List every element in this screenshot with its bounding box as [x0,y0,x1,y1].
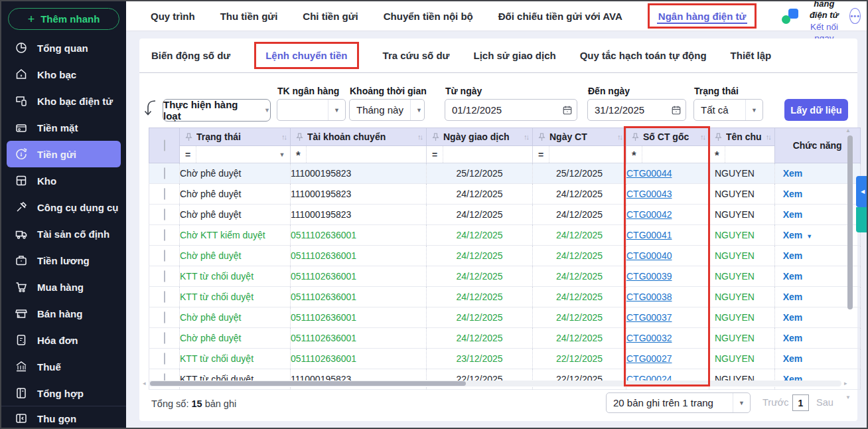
date-input[interactable]: 31/12/2025 [587,99,686,121]
hscroll-thumb[interactable] [150,381,466,386]
row-checkbox[interactable] [164,291,165,303]
row-checkbox[interactable] [164,332,165,344]
filter-operator[interactable]: * [291,146,307,163]
sidebar-item-10[interactable]: Mua hàng [7,274,121,300]
side-panel-toggle-teal[interactable] [856,207,868,232]
view-action-link[interactable]: Xem [783,250,803,261]
row-checkbox[interactable] [164,311,165,323]
tab-6[interactable]: Thiết lập [731,50,772,61]
doc-no-link[interactable]: CTG00040 [626,250,672,261]
sort-icon[interactable]: ↑↓ [417,133,422,141]
page-size-select[interactable]: 20 bản ghi trên 1 trang ▼ [606,392,751,413]
tab-4[interactable]: Lịch sử giao dịch [473,50,555,61]
tab-2[interactable]: Lệnh chuyển tiền [254,42,358,69]
column-filter[interactable]: * [626,146,709,163]
view-action-link[interactable]: Xem [783,333,803,343]
doc-no-link[interactable]: CTG00041 [626,230,672,240]
sidebar-item-4[interactable]: Tiền mặt [7,114,121,141]
view-action-link[interactable]: Xem [783,209,803,220]
view-action-link[interactable]: Xem▼ [783,230,813,240]
more-options-icon[interactable]: ••• [849,8,861,24]
column-filter[interactable]: = [533,146,626,163]
pin-icon[interactable] [632,133,639,141]
column-filter[interactable]: * [291,146,427,163]
view-action-link[interactable]: Xem [783,312,803,323]
doc-no-link[interactable]: CTG00032 [626,333,672,343]
tab-5[interactable]: Quy tắc hạch toán tự động [580,50,707,61]
filter-operator[interactable]: * [626,146,642,163]
nav-item-6[interactable]: Ngân hàng điện tử [648,3,757,29]
sidebar-item-2[interactable]: Kho bạc [7,61,121,88]
pagination-prev[interactable]: Trước [762,397,789,408]
tab-1[interactable]: Biến động số dư [151,50,230,61]
sidebar-item-1[interactable]: Tổng quan [7,35,121,61]
column-header[interactable]: Số CT gốc↑↓ [626,128,709,146]
fetch-data-button[interactable]: Lấy dữ liệu [784,99,848,121]
side-panel-toggle-blue[interactable]: ◀ [856,176,868,207]
vscroll-down-arrow-icon[interactable]: ▼ [845,394,851,400]
sidebar-item-13[interactable]: Thuế [7,353,121,380]
pin-icon[interactable] [715,133,722,141]
select-all-checkbox[interactable] [164,139,165,151]
view-action-link[interactable]: Xem [783,353,803,364]
filter-operator[interactable]: = [533,146,549,163]
pin-icon[interactable] [185,133,192,141]
column-header[interactable]: Ngày giao dịch↑↓ [427,128,533,146]
doc-no-link[interactable]: CTG00027 [626,353,672,364]
nav-item-1[interactable]: Quy trình [151,11,195,22]
row-checkbox[interactable] [164,270,165,282]
doc-no-link[interactable]: CTG00038 [626,292,672,302]
column-header[interactable]: Ngày CT↑↓ [533,128,626,146]
view-action-link[interactable]: Xem [783,292,803,302]
sidebar-item-12[interactable]: Hóa đơn [7,327,121,353]
sort-icon[interactable]: ↑↓ [281,133,286,141]
pagination-next[interactable]: Sau [816,397,833,408]
doc-no-link[interactable]: CTG00037 [626,312,672,323]
filter-operator[interactable]: = [180,146,196,163]
row-checkbox[interactable] [164,250,165,262]
horizontal-scrollbar[interactable] [149,381,841,386]
sidebar-item-11[interactable]: Bán hàng [7,300,121,327]
row-checkbox[interactable] [164,353,165,365]
row-checkbox[interactable] [164,188,165,200]
sort-icon[interactable]: ↑↓ [617,133,622,141]
sidebar-item-8[interactable]: Tài sản cố định [7,220,121,247]
nav-item-5[interactable]: Đối chiếu tiền gửi với AVA [498,11,622,22]
pagination-page-1[interactable]: 1 [792,394,809,411]
sort-icon[interactable]: ↑↓ [766,133,770,141]
pin-icon[interactable] [432,133,439,141]
hscroll-left-arrow-icon[interactable]: ◂ [143,380,146,386]
nav-item-2[interactable]: Thu tiền gửi [220,11,278,22]
sidebar-item-7[interactable]: Công cụ dụng cụ [7,194,121,220]
column-filter[interactable]: * [709,146,775,163]
filter-select[interactable]: ▼ [277,99,346,121]
sort-icon[interactable]: ↑↓ [524,133,528,141]
sidebar-item-3[interactable]: Kho bạc điện tử [7,88,121,114]
doc-no-link[interactable]: CTG00043 [626,189,672,199]
sort-icon[interactable]: ↑↓ [700,133,705,141]
column-header[interactable]: Tên chu↑↓ [709,128,775,146]
view-action-link[interactable]: Xem [783,271,803,282]
nav-item-3[interactable]: Chi tiền gửi [303,11,358,22]
row-checkbox[interactable] [164,209,165,220]
column-filter[interactable]: = [427,146,533,163]
sidebar-item-14[interactable]: Tổng hợp [7,380,121,406]
filter-select[interactable]: Tháng này▼ [349,99,425,121]
pin-icon[interactable] [538,133,545,141]
column-header[interactable]: Tài khoản chuyển↑↓ [291,128,427,146]
filter-select[interactable]: Tất cả▼ [693,99,763,121]
sidebar-item-9[interactable]: Tiền lương [7,247,121,274]
view-action-link[interactable]: Xem [783,168,803,179]
bulk-action-select[interactable]: Thực hiện hàng loạt ▼ [163,99,271,122]
nav-item-4[interactable]: Chuyển tiền nội bộ [384,11,473,22]
tab-3[interactable]: Tra cứu số dư [383,50,450,61]
vertical-scrollbar[interactable] [847,129,853,400]
flow-arrow-icon[interactable] [142,100,157,120]
sidebar-item-6[interactable]: Kho [7,167,121,194]
date-input[interactable]: 01/12/2025 [445,99,577,121]
doc-no-link[interactable]: CTG00039 [626,271,672,282]
filter-operator[interactable]: = [427,146,443,163]
quick-add-button[interactable]: + Thêm nhanh [8,8,119,30]
sidebar-item-5[interactable]: Tiền gửi [7,141,121,167]
row-checkbox[interactable] [164,229,165,241]
